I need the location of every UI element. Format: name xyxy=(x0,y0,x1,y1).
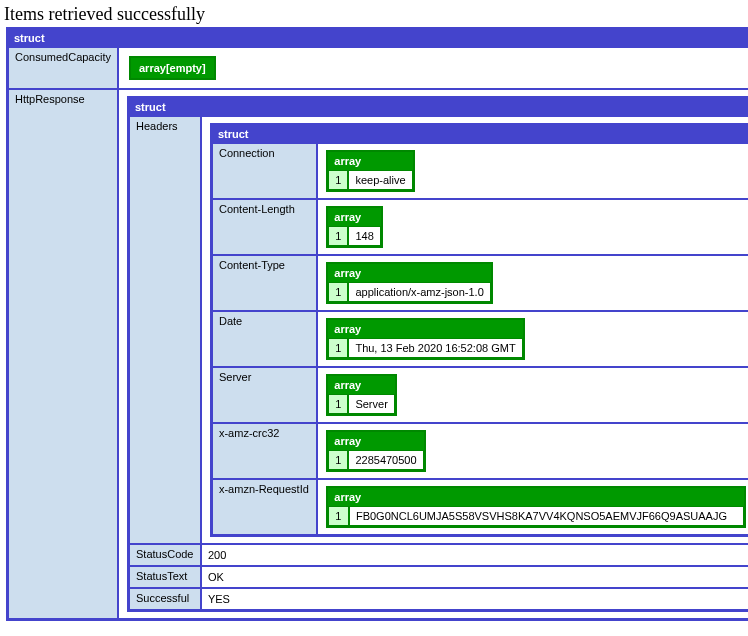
array-index[interactable]: 1 xyxy=(328,226,348,246)
val-x-amz-crc32: array 1 2285470500 xyxy=(317,423,748,479)
array-index[interactable]: 1 xyxy=(328,170,348,190)
struct-headers: struct Connection array xyxy=(210,123,748,537)
array-x-amzn-request-id: array 1 FB0G0NCL6UMJA5S58VSVHS8KA7VV4KQN… xyxy=(326,486,745,528)
array-x-amz-crc32: array 1 2285470500 xyxy=(326,430,425,472)
key-headers[interactable]: Headers xyxy=(129,116,201,544)
key-consumed-capacity[interactable]: ConsumedCapacity xyxy=(8,47,118,89)
key-status-code[interactable]: StatusCode xyxy=(129,544,201,566)
array-value: keep-alive xyxy=(348,170,412,190)
page-title: Items retrieved successfully xyxy=(4,4,744,25)
key-x-amz-crc32[interactable]: x-amz-crc32 xyxy=(212,423,317,479)
array-value: 2285470500 xyxy=(348,450,423,470)
struct-http-response: struct Headers struct Connection xyxy=(127,96,748,612)
val-connection: array 1 keep-alive xyxy=(317,143,748,199)
array-server: array 1 Server xyxy=(326,374,397,416)
struct-header[interactable]: struct xyxy=(8,29,748,47)
array-header[interactable]: array xyxy=(328,432,423,450)
array-index[interactable]: 1 xyxy=(328,338,348,358)
array-value: Server xyxy=(348,394,394,414)
array-header[interactable]: array xyxy=(328,488,743,506)
val-consumed-capacity: array[empty] xyxy=(118,47,748,89)
struct-header[interactable]: struct xyxy=(129,98,748,116)
array-content-length: array 1 148 xyxy=(326,206,382,248)
val-content-type: array 1 application/x-amz-json-1.0 xyxy=(317,255,748,311)
key-successful[interactable]: Successful xyxy=(129,588,201,610)
key-server[interactable]: Server xyxy=(212,367,317,423)
array-date: array 1 Thu, 13 Feb 2020 16:52:08 GMT xyxy=(326,318,524,360)
array-header[interactable]: array xyxy=(328,208,380,226)
key-connection[interactable]: Connection xyxy=(212,143,317,199)
array-header[interactable]: array xyxy=(328,264,491,282)
array-index[interactable]: 1 xyxy=(328,282,348,302)
array-header[interactable]: array xyxy=(328,376,395,394)
val-headers: struct Connection array xyxy=(201,116,748,544)
array-index[interactable]: 1 xyxy=(328,450,348,470)
array-empty-badge[interactable]: array[empty] xyxy=(129,56,216,80)
key-content-type[interactable]: Content-Type xyxy=(212,255,317,311)
array-header[interactable]: array xyxy=(328,152,412,170)
val-http-response: struct Headers struct Connection xyxy=(118,89,748,619)
key-http-response[interactable]: HttpResponse xyxy=(8,89,118,619)
val-content-length: array 1 148 xyxy=(317,199,748,255)
struct-root: struct ConsumedCapacity array[empty] Htt… xyxy=(6,27,748,621)
array-connection: array 1 keep-alive xyxy=(326,150,414,192)
array-value: 148 xyxy=(348,226,380,246)
array-content-type: array 1 application/x-amz-json-1.0 xyxy=(326,262,493,304)
array-value: application/x-amz-json-1.0 xyxy=(348,282,490,302)
key-x-amzn-request-id[interactable]: x-amzn-RequestId xyxy=(212,479,317,535)
val-status-code: 200 xyxy=(201,544,748,566)
array-index[interactable]: 1 xyxy=(328,506,349,526)
key-date[interactable]: Date xyxy=(212,311,317,367)
array-value: FB0G0NCL6UMJA5S58VSVHS8KA7VV4KQNSO5AEMVJ… xyxy=(349,506,744,526)
val-successful: YES xyxy=(201,588,748,610)
array-index[interactable]: 1 xyxy=(328,394,348,414)
struct-header[interactable]: struct xyxy=(212,125,748,143)
val-date: array 1 Thu, 13 Feb 2020 16:52:08 GMT xyxy=(317,311,748,367)
val-server: array 1 Server xyxy=(317,367,748,423)
key-status-text[interactable]: StatusText xyxy=(129,566,201,588)
val-x-amzn-request-id: array 1 FB0G0NCL6UMJA5S58VSVHS8KA7VV4KQN… xyxy=(317,479,748,535)
array-header[interactable]: array xyxy=(328,320,522,338)
array-value: Thu, 13 Feb 2020 16:52:08 GMT xyxy=(348,338,522,358)
val-status-text: OK xyxy=(201,566,748,588)
key-content-length[interactable]: Content-Length xyxy=(212,199,317,255)
